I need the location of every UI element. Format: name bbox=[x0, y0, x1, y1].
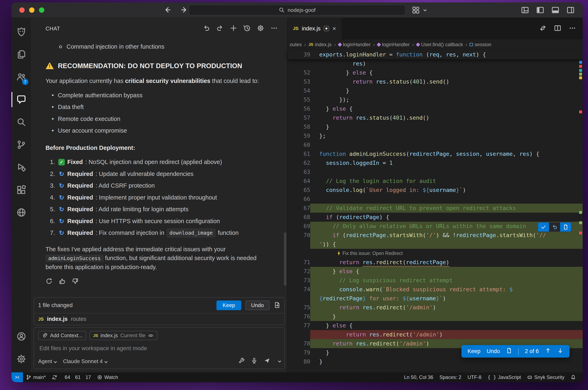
remote-indicator[interactable] bbox=[11, 372, 23, 382]
undo-all-button[interactable]: Undo bbox=[487, 348, 500, 354]
breadcrumb-item[interactable]: JSindex.js bbox=[308, 42, 332, 48]
toggle-panel-icon[interactable] bbox=[551, 6, 559, 15]
code-row[interactable]: 67 // Validate redirect URL to prevent o… bbox=[288, 204, 583, 213]
changed-file-row[interactable]: JS index.js routes bbox=[34, 313, 284, 325]
code-row[interactable]: 71 return res.redirect(redirectPage) bbox=[288, 258, 583, 267]
code-row[interactable]: return res.redirect('/admin') bbox=[288, 330, 583, 339]
modified-indicator-icon[interactable] bbox=[324, 26, 329, 31]
chat-history-icon[interactable] bbox=[243, 24, 251, 33]
next-change-icon[interactable] bbox=[557, 347, 563, 355]
current-file-chip[interactable]: JS index.js Current file bbox=[90, 331, 157, 340]
code-row[interactable]: 73 // Log suspicious redirect attempt bbox=[288, 276, 583, 285]
language-mode-status[interactable]: { } JavaScript bbox=[485, 372, 524, 382]
window-menu[interactable] bbox=[412, 6, 426, 14]
keep-button[interactable]: Keep bbox=[217, 300, 241, 310]
code-row[interactable]: res) bbox=[288, 59, 583, 68]
sidebar-item-search[interactable] bbox=[11, 111, 31, 133]
code-row[interactable]: 52 } else { bbox=[288, 68, 583, 77]
accept-change-icon[interactable] bbox=[538, 223, 549, 232]
breadcrumb-item[interactable]: outes bbox=[290, 42, 302, 48]
sidebar-item-run-debug[interactable] bbox=[11, 156, 31, 179]
compare-changes-icon[interactable] bbox=[539, 24, 546, 33]
sidebar-item-extensions[interactable] bbox=[11, 179, 31, 201]
sidebar-item-snyk[interactable] bbox=[11, 21, 31, 43]
minimize-window-button[interactable] bbox=[29, 7, 35, 13]
toggle-primary-sidebar-icon[interactable] bbox=[536, 6, 544, 15]
customize-layout-icon[interactable] bbox=[521, 6, 529, 15]
code-row[interactable]: 56 } else { bbox=[288, 104, 583, 113]
more-actions-icon[interactable] bbox=[271, 24, 278, 33]
chat-input[interactable]: Edit files in your workspace in agent mo… bbox=[39, 345, 279, 352]
code-row[interactable]: 59}; bbox=[288, 131, 583, 140]
code-row[interactable]: 63 bbox=[288, 167, 583, 177]
forward-icon[interactable] bbox=[180, 6, 188, 15]
code-row[interactable]: 62 session.loggedIn = 1 bbox=[288, 158, 583, 167]
undo-button[interactable]: Undo bbox=[245, 300, 270, 310]
code-row[interactable]: 55 }); bbox=[288, 95, 583, 104]
chat-scrollbar[interactable] bbox=[284, 232, 286, 286]
back-icon[interactable] bbox=[163, 6, 172, 15]
code-row[interactable]: 72 } else { bbox=[288, 267, 583, 276]
code-row[interactable]: 77 } else { bbox=[288, 321, 583, 330]
redo-edit-icon[interactable] bbox=[216, 24, 224, 33]
git-branch-status[interactable]: main* bbox=[23, 372, 49, 382]
code-row[interactable]: 53 return res.status(401).send() bbox=[288, 77, 583, 86]
fix-hint-row[interactable]: Fix this issue: Open Redirect bbox=[288, 249, 583, 258]
settings-menu[interactable] bbox=[11, 348, 31, 370]
breadcrumb-item[interactable]: User.find() callback bbox=[416, 42, 463, 48]
close-tab-icon[interactable]: × bbox=[332, 25, 336, 32]
zoom-window-button[interactable] bbox=[39, 7, 44, 13]
code-row[interactable]: 70 if (redirectPage.startsWith('/') && !… bbox=[288, 231, 583, 240]
undo-edit-icon[interactable] bbox=[203, 24, 210, 33]
send-icon[interactable] bbox=[264, 357, 270, 365]
sticky-scroll-line[interactable]: 39exports.loginHandler = function (req, … bbox=[288, 50, 583, 59]
model-selector[interactable]: Claude Sonnet 4 bbox=[63, 358, 107, 365]
new-chat-icon[interactable] bbox=[230, 24, 237, 33]
thumbs-down-icon[interactable] bbox=[72, 278, 79, 287]
code-row[interactable]: {redirectPage} for user: ${username}`) bbox=[288, 294, 583, 303]
mode-selector[interactable]: Agent bbox=[38, 358, 56, 365]
breadcrumb-item[interactable]: session bbox=[470, 42, 491, 48]
more-actions-icon[interactable] bbox=[569, 24, 576, 33]
code-row[interactable]: 64 // Log the login action for audit bbox=[288, 177, 583, 186]
close-window-button[interactable] bbox=[19, 7, 25, 13]
tools-icon[interactable] bbox=[238, 357, 245, 365]
code-row[interactable]: 74 console.warn(`Blocked suspicious redi… bbox=[288, 285, 583, 294]
split-editor-icon[interactable] bbox=[554, 24, 561, 33]
code-row[interactable]: 39exports.loginHandler = function (req, … bbox=[288, 50, 486, 59]
code-row[interactable]: 61function adminLoginSuccess(redirectPag… bbox=[288, 149, 583, 158]
keep-all-button[interactable]: Keep bbox=[468, 348, 481, 354]
indentation-status[interactable]: Spaces: 2 bbox=[436, 372, 464, 382]
go-to-file-icon[interactable] bbox=[560, 223, 571, 232]
encoding-status[interactable]: UTF-8 bbox=[464, 372, 485, 382]
code-row[interactable]: 75 return res.redirect('/admin') bbox=[288, 303, 583, 312]
code-row[interactable]: 54 } bbox=[288, 86, 583, 95]
code-row[interactable]: 57 return res.status(401).send() bbox=[288, 113, 583, 122]
thumbs-up-icon[interactable] bbox=[59, 278, 66, 287]
overview-ruler[interactable] bbox=[578, 59, 583, 372]
account-menu[interactable] bbox=[11, 325, 31, 348]
chat-settings-gear-icon[interactable] bbox=[257, 24, 264, 33]
sync-changes-button[interactable] bbox=[49, 372, 60, 382]
previous-change-icon[interactable] bbox=[545, 347, 551, 355]
tab-index-js[interactable]: JS index.js × bbox=[288, 18, 342, 39]
code-row[interactable]: 66 bbox=[288, 195, 583, 204]
sidebar-item-explorer[interactable] bbox=[11, 43, 31, 66]
discard-change-icon[interactable] bbox=[549, 223, 560, 232]
code-row[interactable]: ')) { bbox=[288, 240, 583, 249]
sidebar-item-accounts-requests[interactable]: 7 bbox=[11, 66, 31, 88]
microphone-icon[interactable] bbox=[251, 357, 258, 365]
code-row[interactable]: 65 console.log(`User logged in: ${userna… bbox=[288, 186, 583, 195]
problems-status[interactable]: 64 61 17 bbox=[60, 374, 94, 380]
toggle-secondary-sidebar-icon[interactable] bbox=[567, 6, 575, 15]
sidebar-item-source-control[interactable] bbox=[11, 133, 31, 156]
watch-status[interactable]: Watch bbox=[94, 372, 121, 382]
snyk-security-status[interactable]: Snyk Security bbox=[524, 372, 567, 382]
sidebar-item-browser[interactable] bbox=[11, 201, 31, 224]
code-row[interactable]: 60 bbox=[288, 140, 583, 149]
breadcrumb-item[interactable]: loginHandler bbox=[338, 42, 371, 48]
code-row[interactable]: 58 } bbox=[288, 122, 583, 131]
breadcrumb-item[interactable]: loginHandler bbox=[377, 42, 410, 48]
chevron-down-icon[interactable] bbox=[278, 359, 281, 363]
code-row[interactable]: 76 } bbox=[288, 312, 583, 321]
